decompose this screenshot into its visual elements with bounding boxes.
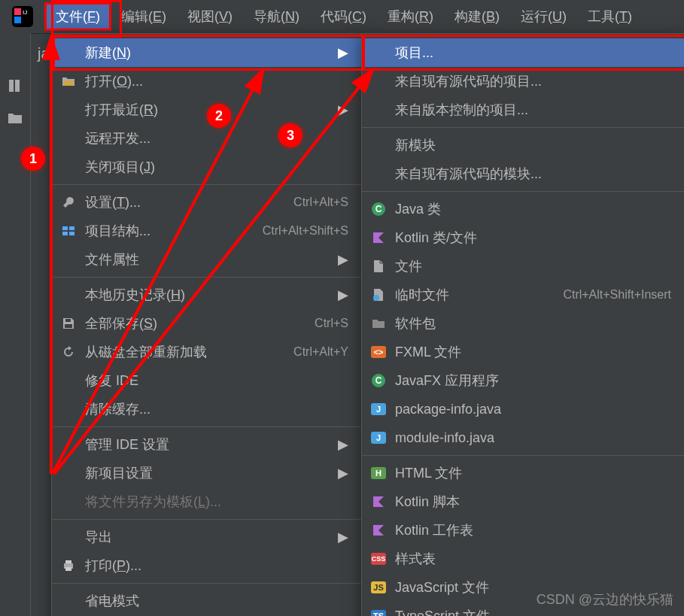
app-icon: IJ [12, 6, 33, 27]
kotlin-icon [369, 495, 388, 508]
new-menu-item-4[interactable]: 新模块 [362, 131, 684, 159]
file-menu-item-14[interactable]: 清除缓存... [52, 395, 362, 423]
submenu-arrow-icon: ▶ [338, 465, 348, 481]
new-menu-item-12[interactable]: <>FXML 文件 [362, 338, 684, 366]
new-menu-item-14[interactable]: Jpackage-info.java [362, 395, 684, 423]
new-menu-label-9: 文件 [395, 257, 671, 275]
file-menu-item-7[interactable]: 项目结构...Ctrl+Alt+Shift+S [52, 217, 362, 245]
menubar-item-v[interactable]: 视图(V) [177, 3, 243, 30]
new-menu-item-0[interactable]: 项目... [362, 38, 684, 67]
svg-rect-9 [69, 232, 74, 235]
file-menu-item-20[interactable]: 导出▶ [52, 523, 362, 551]
file-menu-separator [52, 519, 362, 520]
file-menu-label-21: 打印(P)... [85, 557, 348, 575]
new-menu-label-19: Kotlin 工作表 [395, 521, 671, 539]
new-menu-item-5[interactable]: 来自现有源代码的模块... [362, 159, 684, 188]
svg-rect-4 [9, 80, 14, 92]
html-icon: H [369, 467, 388, 479]
menubar-item-u[interactable]: 运行(U) [510, 3, 577, 30]
new-submenu-dropdown: 项目...来自现有源代码的项目...来自版本控制的项目...新模块来自现有源代码… [361, 33, 684, 616]
file-menu-item-21[interactable]: 打印(P)... [52, 551, 362, 580]
new-menu-separator [362, 455, 684, 456]
save-icon [59, 317, 78, 330]
file-menu-item-3[interactable]: 远程开发... [52, 124, 362, 153]
new-menu-item-17[interactable]: HHTML 文件 [362, 459, 684, 487]
svg-rect-5 [15, 80, 20, 92]
svg-rect-13 [65, 560, 71, 563]
new-menu-item-13[interactable]: CJavaFX 应用程序 [362, 366, 684, 395]
file-menu-item-16[interactable]: 管理 IDE 设置▶ [52, 430, 362, 459]
new-menu-item-19[interactable]: Kotlin 工作表 [362, 516, 684, 545]
new-menu-label-1: 来自现有源代码的项目... [395, 72, 671, 90]
svg-rect-1 [14, 8, 21, 15]
print-icon [59, 559, 78, 572]
file-menu-item-17[interactable]: 新项目设置▶ [52, 459, 362, 487]
file-menu-item-12[interactable]: 从磁盘全部重新加载Ctrl+Alt+Y [52, 338, 362, 366]
file-menu-label-23: 省电模式 [85, 592, 348, 610]
new-menu-label-14: package-info.java [395, 402, 671, 417]
file-menu-item-0[interactable]: 新建(N)▶ [52, 38, 362, 67]
svg-rect-6 [62, 226, 68, 230]
file-menu-item-23[interactable]: 省电模式 [52, 587, 362, 615]
file-menu-separator [52, 277, 362, 278]
ts-icon: TS [369, 610, 388, 616]
menubar-item-b[interactable]: 构建(B) [444, 3, 510, 30]
submenu-arrow-icon: ▶ [338, 287, 348, 303]
file-menu-item-10[interactable]: 本地历史记录(H)▶ [52, 281, 362, 309]
file-menu-item-2[interactable]: 打开最近(R)▶ [52, 96, 362, 124]
scratch-icon [369, 288, 388, 302]
new-menu-item-2[interactable]: 来自版本控制的项目... [362, 96, 684, 124]
menubar-item-t[interactable]: 工具(T) [577, 3, 643, 30]
open-icon [59, 74, 78, 88]
file-icon [369, 259, 388, 273]
db-tool-icon[interactable] [8, 78, 23, 96]
menubar-item-e[interactable]: 编辑(E) [111, 3, 177, 30]
file-menu-label-13: 修复 IDE [85, 372, 348, 390]
file-menu-label-7: 项目结构... [85, 222, 263, 240]
file-menu-label-18: 将文件另存为模板(L)... [85, 493, 348, 511]
file-menu-label-14: 清除缓存... [85, 400, 348, 418]
menubar-item-n[interactable]: 导航(N) [243, 3, 310, 30]
shortcut-label: Ctrl+S [315, 317, 348, 330]
file-menu-label-8: 文件属性 [85, 250, 332, 269]
file-menu-item-13[interactable]: 修复 IDE [52, 366, 362, 395]
new-menu-label-5: 来自现有源代码的模块... [395, 165, 671, 183]
shortcut-label: Ctrl+Alt+Shift+S [263, 224, 348, 238]
new-menu-item-20[interactable]: CSS样式表 [362, 545, 684, 573]
file-menu-item-11[interactable]: 全部保存(S)Ctrl+S [52, 309, 362, 338]
svg-rect-2 [14, 17, 21, 23]
file-menu-label-1: 打开(O)... [85, 72, 348, 90]
svg-rect-14 [65, 567, 71, 571]
new-menu-item-15[interactable]: Jmodule-info.java [362, 423, 684, 452]
menubar-item-f[interactable]: 文件(F) [45, 3, 111, 30]
submenu-arrow-icon: ▶ [338, 436, 348, 453]
file-menu-item-6[interactable]: 设置(T)...Ctrl+Alt+S [52, 188, 362, 217]
new-menu-separator [362, 191, 684, 192]
file-menu-label-11: 全部保存(S) [85, 314, 315, 332]
file-menu-dropdown: 新建(N)▶打开(O)...打开最近(R)▶远程开发...关闭项目(J)设置(T… [51, 33, 363, 616]
file-menu-label-0: 新建(N) [85, 44, 332, 62]
file-menu-item-1[interactable]: 打开(O)... [52, 67, 362, 96]
new-menu-item-11[interactable]: 软件包 [362, 309, 684, 338]
menubar-item-c[interactable]: 代码(C) [310, 3, 377, 30]
new-menu-item-18[interactable]: Kotlin 脚本 [362, 487, 684, 516]
new-menu-item-10[interactable]: 临时文件Ctrl+Alt+Shift+Insert [362, 281, 684, 309]
java-icon: J [369, 403, 388, 415]
file-menu-label-2: 打开最近(R) [85, 101, 332, 119]
c-badge-icon: C [369, 374, 388, 387]
folder-icon [369, 317, 388, 330]
css-icon: CSS [369, 553, 388, 565]
new-menu-item-9[interactable]: 文件 [362, 252, 684, 281]
file-menu-separator [52, 184, 362, 185]
file-menu-item-8[interactable]: 文件属性▶ [52, 245, 362, 274]
reload-icon [59, 345, 78, 359]
new-menu-item-8[interactable]: Kotlin 类/文件 [362, 223, 684, 252]
new-menu-item-1[interactable]: 来自现有源代码的项目... [362, 67, 684, 96]
folder-tool-icon[interactable] [8, 111, 23, 128]
shortcut-label: Ctrl+Alt+S [293, 196, 348, 209]
new-menu-item-7[interactable]: CJava 类 [362, 195, 684, 223]
new-menu-label-12: FXML 文件 [395, 343, 671, 361]
file-menu-item-4[interactable]: 关闭项目(J) [52, 153, 362, 181]
file-menu-label-20: 导出 [85, 528, 332, 546]
menubar-item-r[interactable]: 重构(R) [377, 3, 444, 30]
